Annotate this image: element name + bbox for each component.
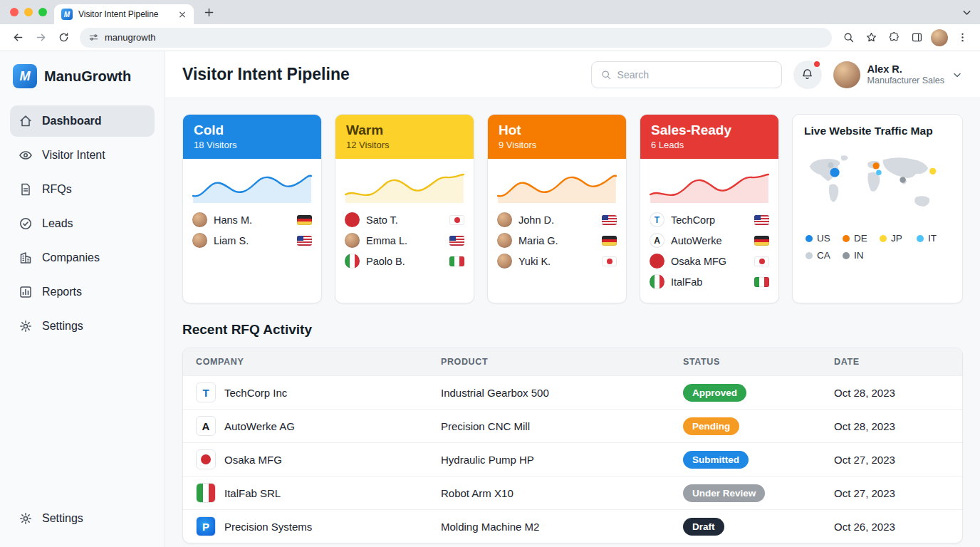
close-window-button[interactable] [10, 8, 19, 16]
browser-menu-icon[interactable] [952, 27, 973, 48]
page-title: Visitor Intent Pipeline [182, 65, 350, 84]
browser-profile-avatar[interactable] [931, 29, 948, 46]
rfq-header-row: COMPANYPRODUCTSTATUSDATE [183, 348, 962, 375]
visitor-name: Osaka MFG [671, 256, 748, 267]
visitor-row[interactable]: Maria G. [497, 230, 617, 251]
column-header-status[interactable]: STATUS [672, 357, 823, 367]
tab-close-icon[interactable] [177, 9, 188, 20]
legend-item-it: IT [917, 233, 945, 244]
rfq-row-italfab-srl[interactable]: ItalFab SRL Robot Arm X10 Under Review O… [183, 476, 962, 509]
column-header-company[interactable]: COMPANY [183, 357, 429, 367]
user-menu[interactable]: Alex R. Manufacturer Sales [833, 61, 963, 88]
sidebar-item-reports[interactable]: Reports [10, 276, 155, 308]
report-icon [19, 285, 33, 299]
date-cell: Oct 28, 2023 [823, 387, 962, 399]
visitor-row[interactable]: Hans M. [192, 209, 312, 230]
eye-icon [19, 148, 33, 162]
minimize-window-button[interactable] [24, 8, 33, 16]
rfq-row-autowerke-ag[interactable]: A AutoWerke AG Precision CNC Mill Pendin… [183, 409, 962, 442]
back-icon[interactable] [7, 27, 28, 48]
visitor-row[interactable]: Paolo B. [345, 251, 464, 271]
autowerke-logo-icon: A [196, 416, 216, 436]
visitor-row[interactable]: A AutoWerke [650, 230, 769, 251]
maximize-window-button[interactable] [38, 8, 47, 16]
visitor-row[interactable]: T TechCorp [650, 209, 769, 230]
company-cell: T TechCorp Inc [183, 382, 429, 402]
browser-tab[interactable]: M Visitor Intent Pipeline [54, 4, 194, 24]
rfq-row-techcorp-inc[interactable]: T TechCorp Inc Industrial Gearbox 500 Ap… [183, 375, 962, 409]
rfq-table-body: T TechCorp Inc Industrial Gearbox 500 Ap… [183, 375, 962, 543]
sidebar-item-label: RFQs [42, 183, 72, 196]
flag-us-icon [449, 236, 464, 246]
rfq-table: COMPANYPRODUCTSTATUSDATE T TechCorp Inc … [182, 348, 963, 543]
side-panel-icon[interactable] [906, 27, 927, 48]
map-dot-in [900, 177, 905, 182]
refresh-icon[interactable] [53, 27, 74, 48]
visitor-row[interactable]: Yuki K. [497, 251, 617, 271]
stage-count: 18 Visitors [194, 140, 311, 150]
column-header-date[interactable]: DATE [823, 357, 962, 367]
techcorp-logo-icon: T [196, 382, 216, 402]
sidebar-item-dashboard[interactable]: Dashboard [10, 105, 155, 137]
visitor-row[interactable]: Emma L. [345, 230, 464, 251]
extensions-puzzle-icon[interactable] [883, 27, 905, 48]
stage-card-hot: Hot 9 Visitors John D. Maria G. Yuki K. [487, 114, 627, 303]
legend-label: CA [817, 250, 830, 261]
pipeline-cards: Cold 18 Visitors Hans M. Liam S. Warm 12… [182, 114, 963, 303]
visitor-name: ItalFab [671, 276, 748, 288]
forward-icon[interactable] [30, 27, 51, 48]
manugrowth-logo-icon: M [13, 64, 37, 88]
brand[interactable]: M ManuGrowth [10, 64, 155, 88]
sidebar-item-label: Leads [42, 217, 73, 230]
legend-dot-icon [917, 235, 924, 242]
search-box[interactable] [591, 61, 782, 88]
product-cell: Hydraulic Pump HP [429, 454, 672, 466]
address-bar[interactable]: manugrowth [80, 28, 832, 48]
status-cell: Approved [672, 384, 823, 402]
bookmark-star-icon[interactable] [860, 27, 882, 48]
flag-jp-icon [449, 215, 464, 225]
sidebar-item-companies[interactable]: Companies [10, 242, 155, 274]
legend-dot-icon [806, 235, 813, 242]
visitor-row[interactable]: Osaka MFG [650, 251, 769, 271]
sidebar: M ManuGrowth Dashboard Visitor Intent RF… [0, 51, 165, 547]
legend-item-ca: CA [806, 250, 834, 261]
sidebar-item-settings[interactable]: Settings [10, 311, 155, 342]
visitor-row[interactable]: Liam S. [192, 230, 312, 251]
status-cell: Pending [672, 417, 823, 435]
notifications-button[interactable] [793, 61, 822, 89]
sidebar-item-visitor-intent[interactable]: Visitor Intent [10, 140, 155, 171]
sidebar-item-label: Dashboard [42, 115, 102, 127]
site-favicon: M [61, 9, 73, 20]
flag-it-icon [449, 256, 464, 266]
rfq-row-osaka-mfg[interactable]: Osaka MFG Hydraulic Pump HP Submitted Oc… [183, 442, 962, 476]
sidebar-footer-item[interactable]: Settings [10, 503, 155, 534]
visitor-row[interactable]: ItalFab [650, 271, 769, 292]
search-input[interactable] [617, 69, 773, 80]
sidebar-item-label: Reports [42, 286, 82, 298]
gear-icon [19, 511, 33, 526]
zoom-icon[interactable] [838, 27, 859, 48]
visitor-row[interactable]: John D. [497, 209, 617, 230]
gear-icon [19, 319, 33, 333]
visitor-name: Emma L. [366, 235, 443, 246]
column-header-product[interactable]: PRODUCT [429, 357, 672, 367]
new-tab-button[interactable] [199, 3, 218, 21]
user-avatar [833, 61, 860, 88]
rfq-row-precision-systems[interactable]: P Precision Systems Molding Machine M2 D… [183, 509, 962, 543]
sidebar-item-label: Visitor Intent [42, 149, 105, 162]
sidebar-item-rfqs[interactable]: RFQs [10, 174, 155, 205]
company-cell: ItalFab SRL [183, 483, 429, 503]
flag-us-icon [602, 215, 617, 225]
product-cell: Robot Arm X10 [429, 487, 672, 499]
stage-sparkline-chart [183, 159, 321, 207]
flag-jp-icon [602, 256, 617, 266]
sidebar-item-leads[interactable]: Leads [10, 208, 155, 239]
visitor-row[interactable]: Sato T. [345, 209, 464, 230]
legend-label: IT [928, 233, 937, 244]
site-settings-icon [88, 32, 99, 43]
tab-search-chevron-icon[interactable] [961, 6, 973, 19]
stage-visitor-list: John D. Maria G. Yuki K. [488, 207, 626, 278]
map-dot-jp [929, 168, 936, 174]
document-icon [19, 182, 33, 197]
